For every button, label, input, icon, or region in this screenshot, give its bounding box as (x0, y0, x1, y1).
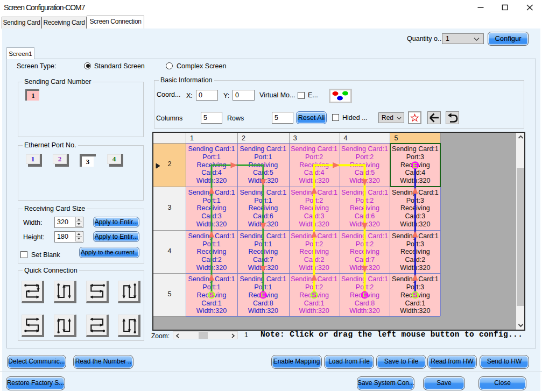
svg-text:S: S (312, 291, 316, 299)
svg-text:E: E (413, 161, 418, 169)
svg-text:S: S (209, 291, 214, 299)
svg-text:E: E (261, 291, 266, 299)
svg-text:S: S (413, 291, 418, 299)
svg-text:E: E (362, 291, 367, 299)
